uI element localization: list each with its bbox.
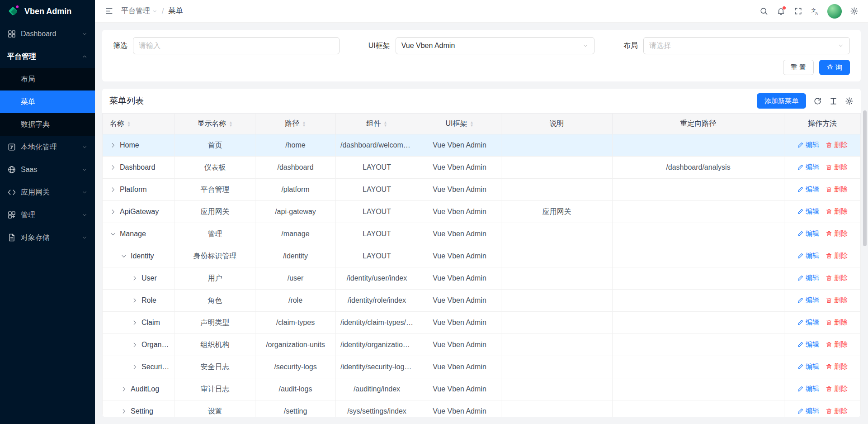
table-settings-icon[interactable] [845,97,854,105]
table-row[interactable]: Organiz...组织机构/organization-units/identi… [103,334,861,356]
delete-button[interactable]: 删除 [826,407,848,415]
edit-button[interactable]: 编辑 [797,252,819,260]
column-header: 说明 [501,114,613,134]
delete-button[interactable]: 删除 [826,340,848,349]
sidebar-item-manage[interactable]: 管理 [0,204,95,226]
table-row[interactable]: Platform平台管理/platformLAYOUTVue Vben Admi… [103,179,861,201]
table-row[interactable]: Identity身份标识管理/identityLAYOUTVue Vben Ad… [103,245,861,267]
sidebar-item-object-storage[interactable]: 对象存储 [0,226,95,249]
caret-down-icon[interactable] [121,253,127,259]
reset-button[interactable]: 重 置 [783,60,814,75]
table-row[interactable]: Dashboard仪表板/dashboardLAYOUTVue Vben Adm… [103,157,861,179]
caret-right-icon[interactable] [132,364,138,370]
sort-icon[interactable]: ▲▼ [229,121,233,127]
edit-button[interactable]: 编辑 [797,385,819,393]
column-header[interactable]: UI框架▲▼ [418,114,501,134]
column-header[interactable]: 组件▲▼ [336,114,418,134]
edit-button[interactable]: 编辑 [797,163,819,172]
column-header[interactable]: 显示名称▲▼ [175,114,255,134]
sort-desc-icon[interactable]: ▼ [229,124,233,127]
sort-desc-icon[interactable]: ▼ [302,124,306,127]
edit-button[interactable]: 编辑 [797,274,819,282]
ui-framework-select[interactable]: Vue Vben Admin [396,37,595,54]
sort-icon[interactable]: ▲▼ [470,121,474,127]
sidebar-item-api-gateway[interactable]: 应用网关 [0,181,95,204]
table-row[interactable]: Role角色/role/identity/role/indexVue Vben … [103,290,861,312]
table-row[interactable]: Setting设置/setting/sys/settings/indexVue … [103,400,861,417]
avatar[interactable] [827,4,842,19]
edit-button[interactable]: 编辑 [797,362,819,371]
search-submit-button[interactable]: 查 询 [819,60,850,75]
column-header[interactable]: 名称▲▼ [103,114,175,134]
breadcrumb-separator: / [162,7,164,15]
caret-down-icon[interactable] [110,231,116,237]
caret-right-icon[interactable] [132,275,138,281]
caret-right-icon[interactable] [121,386,127,392]
keyword-input[interactable] [133,37,340,54]
breadcrumb-parent[interactable]: 平台管理 [121,6,157,16]
column-header[interactable]: 路径▲▼ [255,114,336,134]
sort-icon[interactable]: ▲▼ [127,121,131,127]
language-button[interactable]: 文A [807,4,823,19]
caret-right-icon[interactable] [132,319,138,326]
sort-desc-icon[interactable]: ▼ [384,124,387,127]
delete-button[interactable]: 删除 [826,185,848,194]
sidebar-item-dashboard[interactable]: Dashboard [0,23,95,45]
caret-right-icon[interactable] [110,186,116,193]
sidebar-item-platform-management[interactable]: 平台管理 [0,45,95,68]
sidebar-item-localization[interactable]: 本地化管理 [0,136,95,158]
sidebar-item-layout[interactable]: 布局 [0,68,95,91]
layout-select[interactable]: 请选择 [643,37,850,54]
table-row[interactable]: Manage管理/manageLAYOUTVue Vben Admin编辑删除 [103,223,861,245]
edit-button[interactable]: 编辑 [797,141,819,149]
edit-button[interactable]: 编辑 [797,318,819,327]
table-row[interactable]: ApiGateway应用网关/api-gatewayLAYOUTVue Vben… [103,201,861,223]
table-row[interactable]: AuditLog审计日志/audit-logs/auditing/indexVu… [103,378,861,400]
table-row[interactable]: Home首页/home/dashboard/welcome/in...Vue V… [103,134,861,157]
edit-button[interactable]: 编辑 [797,296,819,305]
logo[interactable]: Vben Admin [0,0,95,23]
delete-button[interactable]: 删除 [826,252,848,260]
page-scrollbar[interactable] [863,0,867,424]
keyword-input-field[interactable] [139,42,334,50]
table-maximize-icon[interactable] [829,97,838,105]
sidebar-item-saas[interactable]: Saas [0,158,95,181]
edit-button[interactable]: 编辑 [797,407,819,415]
caret-right-icon[interactable] [121,408,127,414]
refresh-icon[interactable] [813,97,822,105]
sidebar-item-data-dictionary[interactable]: 数据字典 [0,113,95,136]
add-menu-button[interactable]: 添加新菜单 [757,93,806,109]
sidebar-collapse-button[interactable] [101,4,117,19]
edit-button[interactable]: 编辑 [797,340,819,349]
delete-button[interactable]: 删除 [826,163,848,172]
delete-button[interactable]: 删除 [826,207,848,216]
sidebar-item-menu[interactable]: 菜单 [0,91,95,113]
search-button[interactable] [756,4,771,19]
delete-button[interactable]: 删除 [826,385,848,393]
delete-button[interactable]: 删除 [826,318,848,327]
delete-button[interactable]: 删除 [826,362,848,371]
caret-right-icon[interactable] [110,209,116,215]
table-row[interactable]: Security...安全日志/security-logs/identity/s… [103,356,861,378]
notifications-button[interactable] [773,4,788,19]
settings-button[interactable] [846,4,862,19]
edit-button[interactable]: 编辑 [797,185,819,194]
table-row[interactable]: Claim声明类型/claim-types/identity/claim-typ… [103,312,861,334]
fullscreen-button[interactable] [790,4,806,19]
delete-button[interactable]: 删除 [826,274,848,282]
scrollbar-thumb[interactable] [863,110,867,246]
edit-button[interactable]: 编辑 [797,207,819,216]
sort-icon[interactable]: ▲▼ [302,121,306,127]
caret-right-icon[interactable] [110,164,116,171]
delete-button[interactable]: 删除 [826,296,848,305]
sort-desc-icon[interactable]: ▼ [470,124,474,127]
caret-right-icon[interactable] [132,342,138,348]
edit-button[interactable]: 编辑 [797,229,819,238]
delete-button[interactable]: 删除 [826,229,848,238]
sort-icon[interactable]: ▲▼ [384,121,387,127]
delete-button[interactable]: 删除 [826,141,848,149]
sort-desc-icon[interactable]: ▼ [127,124,131,127]
caret-right-icon[interactable] [132,297,138,304]
caret-right-icon[interactable] [110,142,116,148]
table-row[interactable]: User用户/user/identity/user/indexVue Vben … [103,267,861,290]
